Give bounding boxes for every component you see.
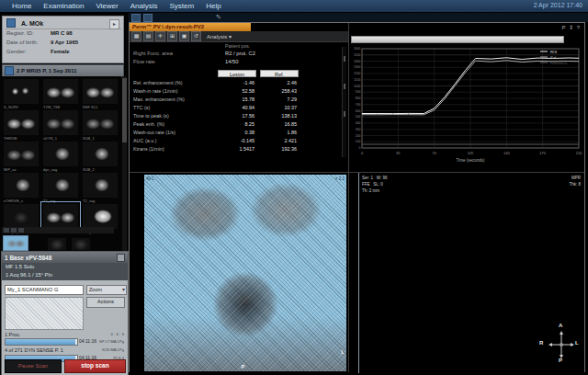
scanner-sublines: MF 1.5 Solo 1 Acq 96.1 / 15° Pln xyxy=(2,263,128,280)
series-thumbnail[interactable] xyxy=(43,204,78,229)
toolbar-rows-icon[interactable]: ▤ xyxy=(143,31,153,41)
pane-controls[interactable]: P ⇕ ? xyxy=(561,24,581,30)
compass-right: R xyxy=(539,340,543,346)
crosshair-line[interactable] xyxy=(358,173,359,373)
chart-scroll-slider[interactable] xyxy=(351,36,564,43)
thumbnail-caption: THRIVE xyxy=(4,136,17,141)
menu-help[interactable]: Help xyxy=(206,2,220,10)
annotation-3: K2S MA LPg xyxy=(102,347,124,352)
series-thumbnail[interactable] xyxy=(83,110,118,135)
thumbnail-caption: sDYN_1 xyxy=(43,136,57,141)
table-cell-value: 8.25 xyxy=(218,121,254,127)
toolbar-layout-icon[interactable]: ⊞ xyxy=(167,31,177,41)
series-thumbnail[interactable] xyxy=(43,110,78,135)
svg-text:1100: 1100 xyxy=(354,78,360,82)
study-label: 2 P MR05 P, 1 Sep 2011 xyxy=(17,68,77,74)
layout-icon[interactable] xyxy=(131,14,141,22)
scanner-panel: 1 Base xPV-5848 MF 1.5 Solo 1 Acq 96.1 /… xyxy=(1,251,129,375)
table-row-label: Wash-out rate (1/s) xyxy=(133,130,175,135)
pen-icon[interactable]: ✎ xyxy=(216,14,221,21)
series-thumbnail[interactable] xyxy=(4,204,39,229)
series-thumbnail[interactable] xyxy=(48,238,66,250)
pause-scan-button[interactable]: Pause Scan xyxy=(5,359,62,373)
menu-system[interactable]: System xyxy=(169,2,194,10)
series-thumbnail[interactable] xyxy=(83,142,118,166)
patient-name: A. MOk xyxy=(21,20,43,27)
table-cell-value: 1.86 xyxy=(260,130,297,135)
svg-text:500: 500 xyxy=(356,115,361,119)
series-thumbnail[interactable] xyxy=(83,79,118,104)
toolbar-grid-icon[interactable]: ▦ xyxy=(131,31,141,41)
patient-pos-note: Patient pos. xyxy=(225,43,250,49)
svg-text:200: 200 xyxy=(356,134,361,138)
table-cell-value: 258.43 xyxy=(260,88,297,94)
study-item[interactable]: 2 P MR05 P, 1 Sep 2011 xyxy=(2,64,124,77)
series-thumbnail[interactable] xyxy=(43,142,78,166)
svg-text:35: 35 xyxy=(396,151,401,155)
series-thumbnail[interactable] xyxy=(43,173,78,198)
table-cell-value: 16.85 xyxy=(260,121,297,127)
svg-text:0: 0 xyxy=(359,146,361,150)
thumbnail-caption: SUB_2 xyxy=(83,167,95,172)
menu-bar: Home Examination Viewer Analysis System … xyxy=(0,0,588,12)
dob-label: Date of birth: xyxy=(6,40,38,45)
scan-list-box[interactable] xyxy=(5,297,84,330)
toolbar-analysis-menu[interactable]: Analysis ▾ xyxy=(207,33,232,40)
toolbar-roi-icon[interactable]: ▣ xyxy=(179,31,189,41)
table-cell-value: 192.36 xyxy=(260,146,297,152)
zoom-dropdown[interactable]: Zoom xyxy=(86,285,127,295)
toolbar-reset-icon[interactable]: ↺ xyxy=(191,31,201,41)
thumb-tool-icon-3[interactable] xyxy=(18,228,24,233)
toolbar-crosshair-icon[interactable]: ✛ xyxy=(155,31,165,41)
series-thumbnail[interactable] xyxy=(4,173,39,198)
table-row-label: Time to peak (s) xyxy=(133,113,169,119)
study-icon xyxy=(5,66,14,75)
series-thumbnail[interactable] xyxy=(4,110,39,135)
table-cell-value: 1.5417 xyxy=(218,146,254,152)
actions-button[interactable]: Actions xyxy=(86,297,125,308)
patient-expand-button[interactable]: ▸ xyxy=(109,19,119,29)
info-label-1: Right Func. area xyxy=(133,51,173,56)
series-thumbnail[interactable] xyxy=(4,142,39,166)
menu-viewer[interactable]: Viewer xyxy=(96,2,118,10)
svg-text:70: 70 xyxy=(432,151,436,155)
svg-text:105: 105 xyxy=(468,151,474,155)
window-title-tab[interactable]: Perm™ PV \ dyn-result-PV2 xyxy=(130,23,251,31)
analysis-window: Perm™ PV \ dyn-result-PV2 – ⇕ ▦ ▤ ✛ ⊞ ▣ … xyxy=(129,22,585,372)
monitor-icon[interactable] xyxy=(143,14,153,22)
scan-name-input[interactable]: My_1 SCANMANO G xyxy=(5,285,84,295)
scanner-header-icon[interactable] xyxy=(117,254,125,262)
series-thumbnail[interactable] xyxy=(72,238,90,250)
series-thumbnail[interactable] xyxy=(83,204,118,229)
menu-analysis[interactable]: Analysis xyxy=(130,2,158,10)
progress1-value: 04:11:16 xyxy=(79,338,96,344)
series-thumbnail[interactable] xyxy=(43,79,78,104)
compass-posterior: P xyxy=(559,358,562,363)
progress1-label: 1 Proc. xyxy=(5,332,20,337)
sidebar: A. MOk ▸ Registr. ID: MR C 98 Date of bi… xyxy=(0,14,129,375)
scrollbar-thumb[interactable] xyxy=(122,78,127,142)
table-cell-value: 17.56 xyxy=(218,113,254,119)
thumbnail-toolbar[interactable] xyxy=(2,227,114,233)
table-cell-value: -1.46 xyxy=(218,80,254,85)
svg-text:Ref.: Ref. xyxy=(550,55,557,60)
thumbnail-scrollbar[interactable] xyxy=(122,76,127,251)
table-cell-value: 40.94 xyxy=(218,105,254,110)
menu-examination[interactable]: Examination xyxy=(43,2,84,10)
curve-pane: P ⇕ ? 0100200300400500600700800900100011… xyxy=(348,23,584,172)
thumb-tool-icon-2[interactable] xyxy=(11,228,17,233)
mri-image[interactable]: 40 L × 2.1 L P xyxy=(144,175,346,371)
thumb-tool-icon-1[interactable] xyxy=(4,228,9,233)
window-top-strip: ✎ xyxy=(129,13,588,22)
stop-scan-button[interactable]: stop scan xyxy=(64,359,126,373)
thumbnail-caption: S_SURV xyxy=(4,105,18,109)
table-cell-value: 138.13 xyxy=(260,113,297,119)
menu-home[interactable]: Home xyxy=(12,2,31,10)
series-thumbnail[interactable] xyxy=(83,173,118,198)
svg-text:1300: 1300 xyxy=(354,65,361,69)
compass-anterior: A xyxy=(559,323,562,328)
series-thumbnail-colormap[interactable] xyxy=(4,236,28,250)
orientation-left-marker: L xyxy=(341,349,345,355)
series-thumbnail[interactable] xyxy=(4,79,39,104)
mpr-pane[interactable]: Ser: 1 W: 96 FFE SL: 0 Th: 2 mm MPR Thk:… xyxy=(348,172,584,372)
